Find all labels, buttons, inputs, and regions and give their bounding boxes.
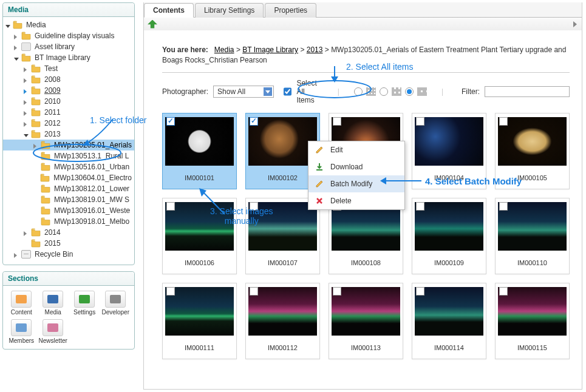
thumb-checkbox[interactable] xyxy=(250,287,258,296)
ctx-download[interactable]: Download xyxy=(308,158,404,175)
breadcrumb-link[interactable]: 2013 xyxy=(307,46,323,54)
folder-icon xyxy=(41,184,50,193)
section-members[interactable]: Members xyxy=(7,318,36,345)
expand-arrow-icon[interactable] xyxy=(33,153,39,159)
expand-arrow-icon[interactable] xyxy=(33,218,39,225)
tab-library-settings[interactable]: Library Settings xyxy=(195,3,264,18)
tree-node[interactable]: 2010 xyxy=(3,96,134,107)
thumb-checkbox[interactable] xyxy=(416,202,424,211)
section-label: Members xyxy=(9,337,34,344)
expand-arrow-icon[interactable] xyxy=(24,98,30,104)
thumb-checkbox[interactable] xyxy=(333,287,341,296)
expand-arrow-icon[interactable] xyxy=(14,55,20,61)
view-mode-grid-small[interactable] xyxy=(354,87,363,96)
expand-arrow-icon[interactable] xyxy=(24,87,30,93)
thumb-checkbox[interactable] xyxy=(499,117,508,126)
tree-node[interactable]: MWp130918.01_Melbo xyxy=(3,216,134,227)
expand-arrow-icon[interactable] xyxy=(14,33,20,39)
expand-arrow-icon[interactable] xyxy=(33,197,39,203)
thumb-checkbox[interactable] xyxy=(166,202,175,211)
tree-node[interactable]: 2014 xyxy=(3,227,134,238)
expand-arrow-icon[interactable] xyxy=(24,66,30,72)
tree-node[interactable]: MWp130819.01_MW S xyxy=(3,194,134,205)
section-newsletter[interactable]: Newsletter xyxy=(38,318,69,345)
thumb-checkbox[interactable] xyxy=(333,117,341,126)
view-mode-grid-large[interactable] xyxy=(405,87,414,96)
tree-node[interactable]: 2011 xyxy=(3,107,134,118)
ctx-batch-modify[interactable]: Batch Modify xyxy=(308,175,404,192)
breadcrumb-link[interactable]: BT Image Library xyxy=(242,46,298,54)
expand-arrow-icon[interactable] xyxy=(33,164,39,170)
thumbnail-card[interactable]: IM000112 xyxy=(245,283,320,359)
expand-arrow-icon[interactable] xyxy=(14,251,20,257)
tab-properties[interactable]: Properties xyxy=(265,3,316,18)
expand-arrow-icon[interactable] xyxy=(24,76,30,83)
expand-arrow-icon[interactable] xyxy=(24,240,30,246)
tree-node[interactable]: Recycle Bin xyxy=(3,249,134,260)
expand-arrow-icon[interactable] xyxy=(33,186,39,192)
up-one-level-icon[interactable] xyxy=(148,20,157,29)
thumbnail-card[interactable]: IM000115 xyxy=(495,283,570,359)
expand-arrow-icon[interactable] xyxy=(24,120,30,126)
section-content[interactable]: Content xyxy=(7,289,36,317)
tree-root[interactable]: Media xyxy=(3,19,134,30)
thumbnail-card[interactable]: IM000105 xyxy=(495,113,570,189)
view-mode-grid-medium[interactable] xyxy=(380,87,388,96)
tree-node[interactable]: MWp130516.01_Urban xyxy=(3,161,134,172)
tree-node[interactable]: 2015 xyxy=(3,238,134,249)
thumb-checkbox[interactable] xyxy=(416,117,424,126)
tab-contents[interactable]: Contents xyxy=(144,3,194,18)
thumb-checkbox[interactable] xyxy=(166,287,175,296)
thumb-caption: IM000109 xyxy=(415,251,483,271)
thumbnail-card[interactable]: IM000113 xyxy=(329,283,403,359)
photographer-select[interactable]: Show All xyxy=(213,86,274,98)
expand-arrow-icon[interactable] xyxy=(24,229,30,235)
thumbnail-card[interactable]: IM000104 xyxy=(412,113,486,189)
thumb-checkbox[interactable] xyxy=(166,117,175,126)
tree-node[interactable]: Test xyxy=(3,63,134,74)
thumb-checkbox[interactable] xyxy=(250,202,258,211)
ctx-item-label: Edit xyxy=(330,146,343,154)
thumbnail-card[interactable]: IM000110 xyxy=(495,198,570,274)
tree-node[interactable]: 2013 xyxy=(3,129,134,140)
expand-arrow-icon[interactable] xyxy=(14,44,20,50)
thumbnail-card[interactable]: IM000111 xyxy=(162,283,237,359)
scroll-right-icon[interactable] xyxy=(573,21,578,27)
select-all-checkbox[interactable] xyxy=(284,87,291,96)
tree-node[interactable]: Guideline display visuals xyxy=(3,30,134,41)
ctx-delete[interactable]: Delete xyxy=(308,192,404,209)
expand-arrow-icon[interactable] xyxy=(24,131,30,137)
tree-node[interactable]: MWp130604.01_Electro xyxy=(3,172,134,183)
thumbnail-card[interactable]: IM000109 xyxy=(412,198,486,274)
tree-node[interactable]: MWp130513.1_Rural L xyxy=(3,150,134,161)
ctx-edit[interactable]: Edit xyxy=(308,141,404,158)
tree-node[interactable]: BT Image Library xyxy=(3,52,134,63)
thumb-caption: IM000115 xyxy=(498,336,567,356)
tree-node[interactable]: Asset library xyxy=(3,41,134,52)
tree-node[interactable]: 2008 xyxy=(3,74,134,85)
thumbnail-card[interactable]: IM000101 xyxy=(162,113,237,189)
expand-arrow-icon[interactable] xyxy=(33,142,39,148)
expand-arrow-icon[interactable] xyxy=(24,109,30,115)
section-developer[interactable]: Developer xyxy=(100,289,131,317)
tree-node[interactable]: MWp130812.01_Lower xyxy=(3,183,134,194)
thumbnail-card[interactable]: IM000114 xyxy=(412,283,486,359)
select-all-label[interactable]: Select All Items xyxy=(296,79,316,104)
filter-input[interactable] xyxy=(485,86,570,97)
thumb-image xyxy=(415,117,483,166)
thumbnail-card[interactable]: IM000106 xyxy=(162,198,237,274)
thumb-checkbox[interactable] xyxy=(250,117,258,126)
breadcrumb-link[interactable]: Media xyxy=(214,46,234,54)
thumb-checkbox[interactable] xyxy=(499,202,508,211)
tree-node[interactable]: MWp130205.01_Aerials xyxy=(3,140,134,150)
expand-arrow-icon[interactable] xyxy=(33,175,39,181)
thumb-checkbox[interactable] xyxy=(499,287,508,296)
section-settings[interactable]: Settings xyxy=(70,289,100,317)
tree-node[interactable]: 2012 xyxy=(3,118,134,129)
section-icon xyxy=(105,291,126,308)
section-media[interactable]: Media xyxy=(38,289,69,317)
tree-node[interactable]: MWp130916.01_Weste xyxy=(3,205,134,216)
expand-arrow-icon[interactable] xyxy=(33,208,39,214)
thumb-checkbox[interactable] xyxy=(416,287,424,296)
tree-node[interactable]: 2009 xyxy=(3,85,134,96)
